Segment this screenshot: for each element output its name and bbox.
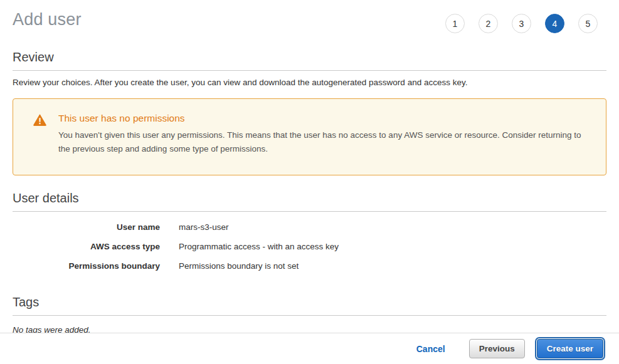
step-indicator-2: 2 — [479, 14, 498, 33]
review-section: Review Review your choices. After you cr… — [13, 50, 606, 87]
cancel-link[interactable]: Cancel — [416, 344, 445, 354]
wizard-step-indicator: 1 2 3 4 5 — [445, 14, 598, 33]
add-user-wizard-page: Add user 1 2 3 4 5 Review Review your ch… — [0, 0, 619, 364]
user-details-rows: User name mars-s3-user AWS access type P… — [13, 217, 606, 276]
wizard-header: Add user 1 2 3 4 5 — [0, 0, 619, 33]
warning-body: You haven't given this user any permissi… — [58, 128, 583, 157]
tags-section: Tags No tags were added. — [13, 295, 606, 335]
step-indicator-5: 5 — [578, 14, 598, 33]
create-user-button[interactable]: Create user — [537, 339, 603, 358]
previous-button[interactable]: Previous — [469, 339, 525, 358]
detail-label: AWS access type — [13, 242, 160, 251]
detail-row-user-name: User name mars-s3-user — [13, 217, 606, 237]
step-indicator-1: 1 — [445, 14, 465, 33]
detail-row-access-type: AWS access type Programmatic access - wi… — [13, 237, 606, 256]
review-description: Review your choices. After you create th… — [13, 78, 606, 87]
detail-value: Programmatic access - with an access key — [179, 242, 339, 251]
wizard-footer: Cancel Previous Create user — [0, 333, 619, 364]
user-details-heading: User details — [13, 191, 606, 212]
no-permissions-warning-box: This user has no permissions You haven't… — [13, 98, 606, 175]
warning-triangle-icon — [33, 114, 46, 128]
warning-content: This user has no permissions You haven't… — [58, 113, 583, 157]
step-indicator-3: 3 — [512, 14, 531, 33]
detail-label: User name — [13, 222, 160, 232]
review-heading: Review — [13, 50, 606, 71]
detail-value: Permissions boundary is not set — [179, 261, 299, 271]
step-indicator-4-active: 4 — [545, 14, 564, 33]
wizard-content: Review Review your choices. After you cr… — [0, 50, 619, 335]
warning-title: This user has no permissions — [58, 113, 583, 124]
detail-value: mars-s3-user — [179, 222, 229, 232]
detail-row-permissions-boundary: Permissions boundary Permissions boundar… — [13, 256, 606, 276]
detail-label: Permissions boundary — [13, 261, 160, 271]
tags-heading: Tags — [13, 295, 606, 316]
page-title: Add user — [13, 10, 82, 29]
user-details-section: User details User name mars-s3-user AWS … — [13, 191, 606, 276]
